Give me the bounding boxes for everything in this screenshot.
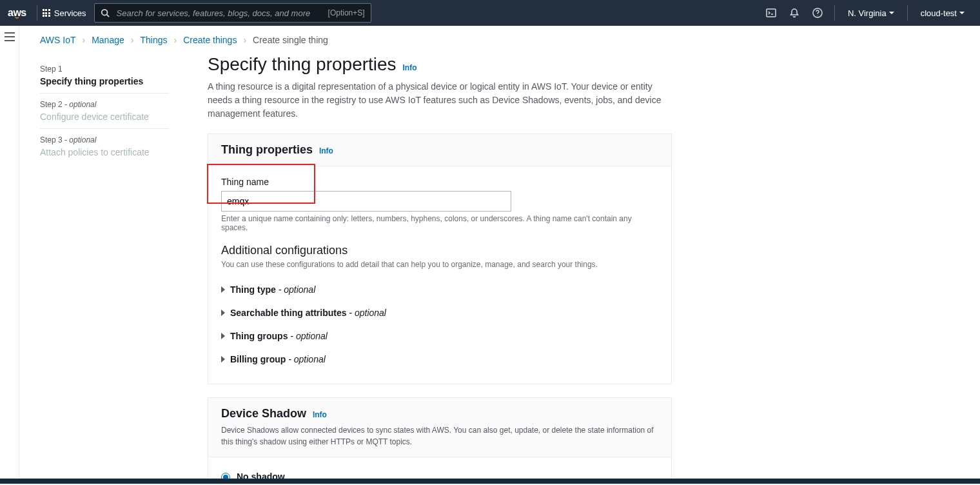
wizard-step-label: Step 2 - optional	[40, 100, 169, 109]
account-label: cloud-test	[921, 8, 957, 18]
expand-label: Thing groups - optional	[230, 331, 328, 341]
wizard-step-title: Specify thing properties	[40, 76, 169, 86]
expand-billing-group[interactable]: Billing group - optional	[221, 348, 658, 371]
chevron-right-icon: ›	[131, 35, 134, 45]
svg-rect-2	[767, 9, 776, 17]
wizard-step-label: Step 3 - optional	[40, 135, 169, 144]
triangle-right-icon	[221, 356, 225, 362]
wizard-step-label: Step 1	[40, 64, 169, 74]
info-link[interactable]: Info	[319, 146, 333, 155]
svg-point-0	[101, 10, 107, 15]
radio-no-shadow[interactable]: No shadow	[221, 468, 658, 479]
breadcrumb: AWS IoT › Manage › Things › Create thing…	[19, 26, 980, 50]
breadcrumb-link[interactable]: Create things	[183, 35, 237, 45]
expand-label: Thing type - optional	[230, 284, 315, 295]
top-nav: aws ⌣ Services [Option+S] N. Virginia	[0, 0, 980, 26]
region-selector[interactable]: N. Virginia	[840, 0, 902, 26]
services-menu[interactable]: Services	[43, 8, 86, 18]
nav-separator	[834, 5, 835, 21]
breadcrumb-current: Create single thing	[253, 35, 328, 45]
notifications-icon[interactable]	[783, 0, 806, 26]
aws-logo[interactable]: aws ⌣	[8, 7, 26, 19]
expand-thing-type[interactable]: Thing type - optional	[221, 278, 658, 301]
expand-thing-groups[interactable]: Thing groups - optional	[221, 324, 658, 348]
svg-line-1	[106, 15, 109, 17]
chevron-right-icon: ›	[173, 35, 177, 45]
expand-searchable-attrs[interactable]: Searchable thing attributes - optional	[221, 301, 658, 324]
wizard-step[interactable]: Step 1 Specify thing properties	[40, 58, 169, 94]
breadcrumb-link[interactable]: Manage	[92, 35, 124, 45]
search-shortcut: [Option+S]	[328, 8, 365, 17]
expand-label: Billing group - optional	[230, 354, 326, 364]
wizard-step-title: Attach policies to certificate	[40, 147, 169, 157]
page-description: A thing resource is a digital representa…	[208, 80, 672, 121]
nav-separator	[37, 5, 37, 21]
footer-bar	[0, 479, 980, 484]
thing-name-label: Thing name	[221, 177, 658, 187]
wizard-nav: Step 1 Specify thing properties Step 2 -…	[40, 50, 169, 479]
chevron-right-icon: ›	[243, 35, 246, 45]
chevron-right-icon: ›	[83, 35, 86, 45]
caret-down-icon	[959, 12, 965, 14]
account-selector[interactable]: cloud-test	[913, 0, 972, 26]
additional-config-title: Additional configurations	[221, 244, 658, 257]
triangle-right-icon	[221, 286, 225, 293]
thing-name-helper: Enter a unique name containing only: let…	[221, 214, 658, 232]
breadcrumb-link[interactable]: AWS IoT	[40, 35, 76, 45]
triangle-right-icon	[221, 310, 225, 316]
panel-title: Thing properties	[221, 143, 313, 156]
hamburger-icon[interactable]	[5, 32, 15, 479]
breadcrumb-link[interactable]: Things	[140, 35, 167, 45]
wizard-step-title: Configure device certificate	[40, 112, 169, 122]
thing-properties-panel: Thing properties Info Thing name Enter a…	[208, 134, 672, 384]
wizard-step[interactable]: Step 2 - optional Configure device certi…	[40, 94, 169, 129]
panel-title: Device Shadow	[221, 407, 306, 420]
wizard-step[interactable]: Step 3 - optional Attach policies to cer…	[40, 129, 169, 164]
info-link[interactable]: Info	[313, 410, 327, 419]
radio-label: No shadow	[237, 471, 285, 479]
side-rail	[0, 26, 19, 479]
additional-config-desc: You can use these configurations to add …	[221, 260, 658, 269]
triangle-right-icon	[221, 333, 225, 339]
grid-icon	[43, 9, 50, 17]
nav-right: N. Virginia cloud-test	[760, 0, 972, 26]
search-wrap: [Option+S]	[94, 3, 371, 23]
nav-separator	[907, 5, 908, 21]
form-area: Specify thing properties Info A thing re…	[208, 50, 672, 479]
radio-icon	[221, 473, 230, 479]
page-title: Specify thing properties	[208, 54, 397, 74]
panel-subtitle: Device Shadows allow connected devices t…	[221, 424, 658, 448]
info-link[interactable]: Info	[403, 63, 417, 72]
help-icon[interactable]	[806, 0, 829, 26]
thing-name-input[interactable]	[221, 191, 511, 212]
region-label: N. Virginia	[848, 8, 887, 18]
services-label: Services	[54, 8, 86, 18]
expand-label: Searchable thing attributes - optional	[230, 308, 386, 318]
search-icon	[101, 8, 110, 17]
panel-header: Device Shadow Info Device Shadows allow …	[208, 398, 671, 457]
cloudshell-icon[interactable]	[760, 0, 783, 26]
caret-down-icon	[889, 12, 894, 14]
panel-header: Thing properties Info	[208, 134, 671, 166]
device-shadow-panel: Device Shadow Info Device Shadows allow …	[208, 397, 672, 479]
